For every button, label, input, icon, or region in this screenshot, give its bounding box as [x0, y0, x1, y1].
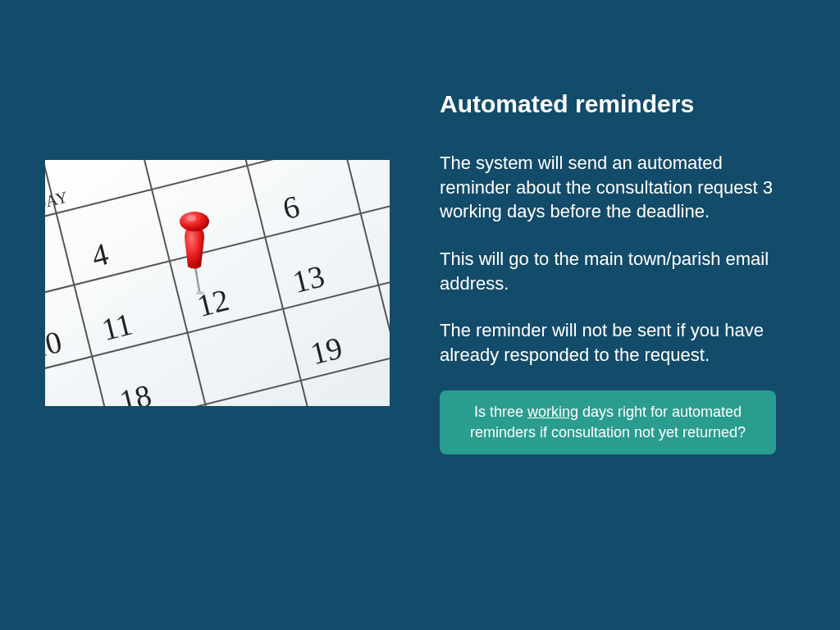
- body-paragraph: The reminder will not be sent if you hav…: [440, 318, 792, 367]
- calendar-pushpin-icon: MONDAY 4 5 6 10 11 12 13 18 19: [45, 160, 390, 406]
- svg-rect-0: [45, 160, 390, 406]
- body-paragraph: This will go to the main town/parish ema…: [440, 247, 792, 295]
- callout-question: Is three working days right for automate…: [440, 390, 776, 454]
- svg-point-10: [180, 212, 209, 231]
- callout-text-prefix: Is three: [474, 404, 527, 420]
- svg-point-12: [196, 291, 204, 294]
- body-paragraph: The system will send an automated remind…: [440, 151, 792, 224]
- slide-container: MONDAY 4 5 6 10 11 12 13 18 19: [0, 0, 840, 630]
- svg-point-11: [186, 215, 196, 221]
- text-content: Automated reminders The system will send…: [440, 90, 792, 454]
- slide-title: Automated reminders: [440, 90, 792, 118]
- callout-text-underlined: working: [527, 404, 578, 420]
- calendar-image: MONDAY 4 5 6 10 11 12 13 18 19: [45, 160, 390, 406]
